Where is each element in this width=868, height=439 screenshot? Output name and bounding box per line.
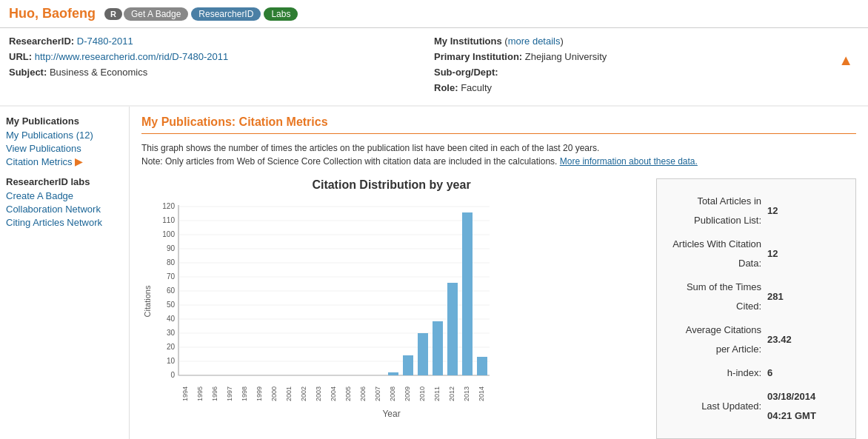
avg-citations-value: 23.42 [764,318,844,361]
svg-text:2001: 2001 [285,386,293,401]
svg-text:2011: 2011 [433,386,441,401]
get-a-badge-button[interactable]: Get A Badge [124,7,188,21]
svg-rect-63 [433,321,443,375]
subject-row: Subject: Business & Economics [9,67,434,78]
svg-text:2014: 2014 [478,386,485,401]
collaboration-network-link[interactable]: Collaboration Network [6,204,123,215]
sum-times-cited-label: Sum of the Times Cited: [669,275,764,318]
role-value: Faculty [461,82,492,93]
user-name: Huo, Baofeng [9,6,96,21]
stats-box: Total Articles in Publication List: 12 A… [656,178,856,439]
svg-text:0: 0 [170,371,175,379]
svg-text:60: 60 [167,286,176,295]
researcherid-button[interactable]: ResearcherID [191,7,261,21]
svg-text:70: 70 [167,272,176,281]
main-layout: My Publications My Publications (12) Vie… [0,107,868,439]
collapse-arrow[interactable]: ▲ [838,52,853,69]
last-updated-row: Last Updated: 03/18/2014 04:21 GMT [669,385,844,428]
description-block: This graph shows the number of times the… [141,141,856,168]
svg-text:2004: 2004 [330,386,337,401]
svg-text:90: 90 [167,244,176,252]
header: Huo, Baofeng R Get A Badge ResearcherID … [0,0,868,28]
svg-text:100: 100 [162,230,175,238]
svg-text:1996: 1996 [211,386,218,401]
svg-text:80: 80 [167,258,176,267]
suborg-row: Sub-org/Dept: [434,67,859,78]
suborg-label: Sub-org/Dept: [434,67,498,78]
svg-text:2000: 2000 [270,386,278,401]
svg-text:1997: 1997 [226,386,233,401]
my-publications-count-link[interactable]: My Publications (12) [6,130,123,141]
articles-with-citation-label: Articles With Citation Data: [669,232,764,275]
svg-text:2005: 2005 [344,386,352,401]
my-institutions-label: My Institutions [434,36,502,47]
subject-label: Subject: [9,67,47,78]
more-info-link[interactable]: More information about these data. [560,156,698,167]
svg-rect-61 [418,333,428,375]
svg-text:1994: 1994 [181,386,189,401]
svg-rect-67 [462,212,473,375]
citation-metrics-label: Citation Metrics [6,156,73,167]
total-articles-value: 12 [764,190,844,232]
my-publications-section: My Publications My Publications (12) Vie… [6,115,123,167]
svg-text:2003: 2003 [315,386,322,401]
researcher-id-label: ResearcherID: [9,36,74,47]
citing-articles-link[interactable]: Citing Articles Network [6,217,123,228]
content-area: My Publications: Citation Metrics This g… [130,107,868,439]
sum-times-cited-row: Sum of the Times Cited: 281 [669,275,844,318]
citation-metrics-link[interactable]: Citation Metrics ▶ [6,156,123,167]
svg-text:10: 10 [167,357,176,365]
svg-text:110: 110 [162,216,175,224]
labs-button[interactable]: Labs [264,7,298,21]
description-line2: Note: Only articles from Web of Science … [141,156,557,167]
svg-text:2007: 2007 [374,386,381,401]
citation-metrics-arrow: ▶ [75,156,82,167]
svg-text:2006: 2006 [359,386,367,401]
r-badge: R [104,8,122,20]
avg-citations-row: Average Citations per Article: 23.42 [669,318,844,361]
url-link[interactable]: http://www.researcherid.com/rid/D-7480-2… [35,51,229,62]
svg-rect-59 [403,355,413,375]
articles-with-citation-row: Articles With Citation Data: 12 [669,232,844,275]
svg-text:Citations: Citations [143,285,152,317]
sidebar: My Publications My Publications (12) Vie… [0,107,130,439]
svg-rect-69 [477,357,487,375]
more-details-link[interactable]: more details [508,36,561,47]
svg-text:2002: 2002 [300,386,307,401]
last-updated-label: Last Updated: [669,385,764,428]
primary-institution-value: Zhejiang University [525,51,607,62]
role-label: Role: [434,82,458,93]
total-articles-label: Total Articles in Publication List: [669,190,764,232]
h-index-label: h-index: [669,361,764,385]
svg-text:2009: 2009 [404,386,411,401]
chart-container: Citation Distribution by year 0 10 [141,178,641,439]
subject-value: Business & Economics [50,67,147,78]
svg-text:1995: 1995 [196,386,204,401]
svg-text:2010: 2010 [418,386,426,401]
url-label: URL: [9,51,32,62]
svg-text:30: 30 [167,329,176,337]
total-articles-row: Total Articles in Publication List: 12 [669,190,844,232]
chart-title: Citation Distribution by year [141,178,641,192]
url-row: URL: http://www.researcherid.com/rid/D-7… [9,51,434,62]
svg-text:20: 20 [167,343,176,351]
svg-rect-65 [447,283,458,375]
role-row: Role: Faculty [434,82,859,93]
h-index-value: 6 [764,361,844,385]
articles-with-citation-value: 12 [764,232,844,275]
primary-institution-label: Primary Institution: [434,51,522,62]
create-badge-link[interactable]: Create A Badge [6,190,123,201]
profile-right: My Institutions (more details) Primary I… [434,36,859,98]
chart-area: Citation Distribution by year 0 10 [141,178,856,439]
svg-text:120: 120 [162,202,175,210]
sum-times-cited-value: 281 [764,275,844,318]
x-axis-label: Year [141,409,641,419]
researcherid-labs-title: ResearcherID labs [6,176,123,187]
svg-text:2012: 2012 [448,386,455,401]
researcher-id-link[interactable]: D-7480-2011 [77,36,133,47]
bar-chart: 0 10 20 30 40 [141,198,497,405]
svg-text:2008: 2008 [389,386,396,401]
svg-text:40: 40 [167,315,176,323]
view-publications-link[interactable]: View Publications [6,143,123,154]
description-line1: This graph shows the number of times the… [141,143,599,153]
